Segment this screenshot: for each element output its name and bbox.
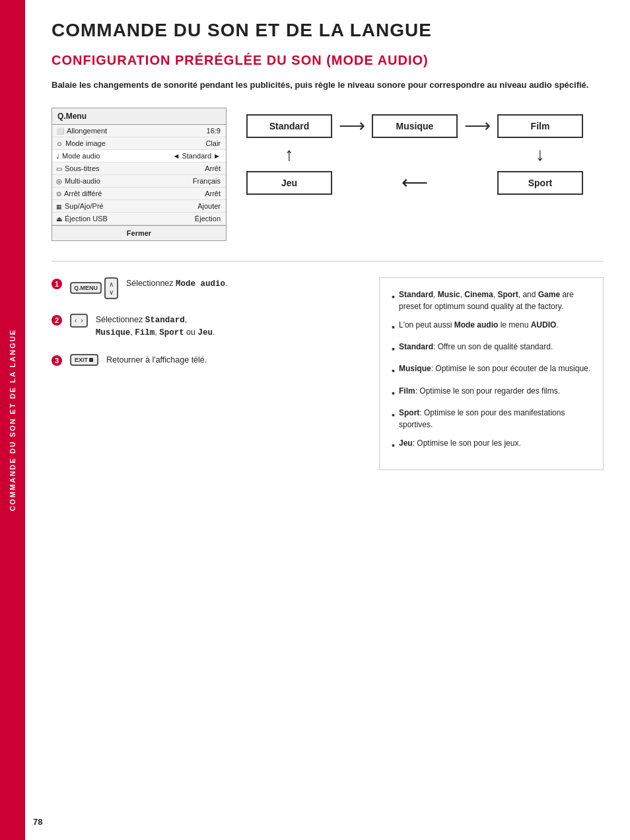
step-1: 1 Q.MENU ∧ ∨ Sélectionnez Mode audio. — [52, 277, 359, 299]
step-2-text: Sélectionnez Standard, Musique, Film, Sp… — [96, 314, 215, 340]
nav-button-icon: ∧ ∨ — [104, 277, 118, 299]
step-3-number: 3 — [52, 355, 62, 366]
qmenu-footer: Fermer — [52, 225, 226, 240]
step-2: 2 ‹ › Sélectionnez Standard, Musique, Fi… — [52, 314, 359, 340]
step-1-text: Sélectionnez Mode audio. — [126, 277, 228, 291]
info-bullet-6: ▪ — [392, 407, 395, 422]
info-bullet-5: ▪ — [392, 386, 395, 400]
info-bullet-2: ▪ — [392, 320, 395, 334]
qmenu-box: Q.Menu Allongement 16:9 Mode image Clair — [52, 108, 227, 241]
multi-audio-icon — [56, 177, 62, 185]
section-title: CONFIGURATION PRÉRÉGLÉE DU SON (MODE AUD… — [52, 53, 604, 68]
arrow-right-icon: ► — [213, 152, 221, 160]
arrow-down-film-sport: ↓ — [497, 144, 583, 165]
step-3: 3 EXIT⏹ Retourner à l'affichage télé. — [52, 354, 359, 367]
info-box: ▪ Standard, Music, Cinema, Sport, and Ga… — [379, 277, 604, 471]
info-item-6: ▪ Sport: Optimise le son pour des manife… — [392, 407, 591, 431]
arret-differe-icon — [56, 190, 61, 197]
steps-area: 1 Q.MENU ∧ ∨ Sélectionnez Mode audio. — [52, 277, 604, 471]
info-item-3: ▪ Standard: Offre un son de qualité stan… — [392, 341, 591, 356]
flow-diagram: Standard ⟶ Musique ⟶ Film ↑ ↓ Jeu ⟵ Spor… — [246, 114, 604, 195]
flow-box-musique: Musique — [372, 114, 458, 138]
arrow-left-icon: ◄ — [173, 152, 180, 160]
sup-icon — [56, 202, 62, 210]
ejection-icon — [56, 215, 62, 223]
qmenu-row-arret-differe: Arrêt différé Arrêt — [52, 188, 226, 200]
qmenu-row-ejection: Éjection USB Éjection — [52, 213, 226, 225]
sidebar-label: COMMANDE DU SON ET DE LA LANGUE — [9, 329, 17, 511]
arrow-left-sport-jeu: ⟵ — [332, 172, 497, 193]
qmenu-row-mode-audio: Mode audio ◄ Standard ► — [52, 150, 226, 162]
info-bullet-7: ▪ — [392, 438, 395, 452]
qmenu-row-sup: Sup/Ajo/Pré Ajouter — [52, 200, 226, 213]
qmenu-title: Q.Menu — [52, 108, 226, 125]
qmenu-button-icon: Q.MENU — [70, 282, 102, 294]
step-1-number: 1 — [52, 279, 62, 289]
qmenu-row-allongement: Allongement 16:9 — [52, 125, 226, 137]
sidebar: COMMANDE DU SON ET DE LA LANGUE — [0, 0, 25, 840]
main-content: COMMANDE DU SON ET DE LA LANGUE CONFIGUR… — [25, 0, 630, 490]
arrow-right-musique-film: ⟶ — [458, 115, 497, 137]
info-item-4: ▪ Musique: Optimise le son pour écouter … — [392, 363, 591, 378]
info-item-2: ▪ L'on peut aussi Mode audio le menu AUD… — [392, 319, 591, 334]
step-2-icon: ‹ › — [70, 314, 88, 328]
mode-audio-icon — [56, 152, 59, 160]
step-3-icon: EXIT⏹ — [70, 354, 98, 366]
page-title: COMMANDE DU SON ET DE LA LANGUE — [52, 20, 604, 41]
lr-nav-icon: ‹ › — [70, 314, 88, 328]
qmenu-row-sous-titres: Sous-titres Arrêt — [52, 162, 226, 175]
info-bullet-1: ▪ — [392, 289, 395, 304]
nav-remote-icon: ∧ ∨ — [104, 277, 118, 299]
arrow-right-standard-musique: ⟶ — [332, 115, 372, 137]
arrow-up-jeu-standard: ↑ — [246, 144, 332, 165]
sous-titres-icon — [56, 164, 62, 172]
qmenu-row-multi-audio: Multi-audio Français — [52, 175, 226, 188]
flow-box-jeu: Jeu — [246, 171, 332, 195]
flow-box-standard: Standard — [246, 114, 332, 138]
steps-left: 1 Q.MENU ∧ ∨ Sélectionnez Mode audio. — [52, 277, 359, 381]
allongement-icon — [56, 127, 64, 135]
step-3-text: Retourner à l'affichage télé. — [106, 354, 207, 367]
info-bullet-3: ▪ — [392, 341, 395, 356]
info-item-1: ▪ Standard, Music, Cinema, Sport, and Ga… — [392, 289, 591, 312]
page-number: 78 — [33, 817, 42, 827]
exit-button-icon: EXIT⏹ — [70, 354, 98, 366]
info-item-5: ▪ Film: Optimise le son pour regarder de… — [392, 385, 591, 400]
info-item-7: ▪ Jeu: Optimise le son pour les jeux. — [392, 437, 591, 452]
step-1-icon: Q.MENU ∧ ∨ — [70, 277, 118, 299]
diagram-area: Q.Menu Allongement 16:9 Mode image Clair — [52, 108, 604, 241]
info-bullet-4: ▪ — [392, 363, 395, 378]
intro-text: Balaie les changements de sonorité penda… — [52, 79, 593, 92]
section-divider — [52, 261, 604, 262]
flow-box-sport: Sport — [497, 171, 583, 195]
step-2-number: 2 — [52, 315, 62, 326]
qmenu-row-mode-image: Mode image Clair — [52, 137, 226, 150]
flow-box-film: Film — [497, 114, 583, 138]
mode-image-icon — [56, 139, 63, 147]
